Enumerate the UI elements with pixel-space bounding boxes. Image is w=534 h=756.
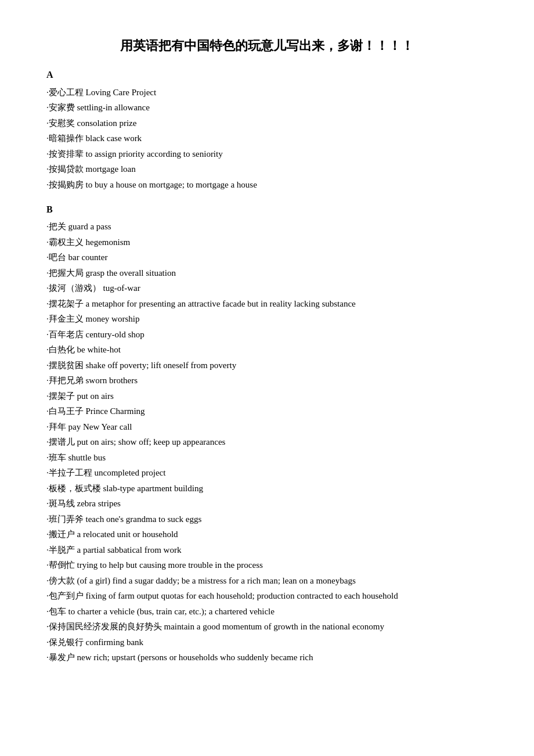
list-item: ·安慰奖 consolation prize [46,116,488,131]
list-item: ·摆架子 put on airs [46,389,488,404]
list-item: ·包产到户 fixing of farm output quotas for e… [46,589,488,604]
list-item: ·按揭贷款 mortgage loan [46,162,488,177]
list-item: ·半脱产 a partial sabbatical from work [46,543,488,558]
list-item: ·拜年 pay New Year call [46,420,488,435]
section-letter-b: B [46,201,488,217]
list-item: ·暴发户 new rich; upstart (persons or house… [46,650,488,665]
list-item: ·白热化 be white-hot [46,343,488,358]
list-item: ·白马王子 Prince Charming [46,404,488,419]
list-item: ·保持国民经济发展的良好势头 maintain a good momentum … [46,620,488,635]
list-item: ·搬迁户 a relocated unit or household [46,527,488,542]
list-item: ·摆花架子 a metaphor for presenting an attra… [46,297,488,312]
list-item: ·半拉子工程 uncompleted project [46,466,488,481]
list-item: ·霸权主义 hegemonism [46,235,488,250]
list-item: ·斑马线 zebra stripes [46,496,488,512]
list-item: ·百年老店 century-old shop [46,327,488,343]
list-item: ·保兑银行 confirming bank [46,635,488,650]
list-item: ·把关 guard a pass [46,219,488,235]
list-item: ·把握大局 grasp the overall situation [46,266,488,281]
list-item: ·吧台 bar counter [46,250,488,265]
list-item: ·安家费 settling-in allowance [46,100,488,116]
list-item: ·拜把兄弟 sworn brothers [46,373,488,388]
list-item: ·帮倒忙 trying to help but causing more tro… [46,558,488,573]
list-item: ·按资排辈 to assign priority according to se… [46,147,488,162]
list-item: ·摆谱儿 put on airs; show off; keep up appe… [46,435,488,450]
list-item: ·傍大款 (of a girl) find a sugar daddy; be … [46,574,488,589]
list-item: ·拜金主义 money worship [46,312,488,327]
list-item: ·板楼，板式楼 slab-type apartment building [46,481,488,496]
page-title: 用英语把有中国特色的玩意儿写出来，多谢！！！！ [46,35,488,56]
list-item: ·包车 to charter a vehicle (bus, train car… [46,604,488,620]
content-area: A·爱心工程 Loving Care Project·安家费 settling-… [46,67,488,665]
list-item: ·班车 shuttle bus [46,451,488,466]
list-item: ·按揭购房 to buy a house on mortgage; to mor… [46,178,488,193]
list-item: ·班门弄斧 teach one's grandma to suck eggs [46,512,488,527]
section-letter-a: A [46,67,488,82]
list-item: ·摆脱贫困 shake off poverty; lift oneself fr… [46,358,488,373]
list-item: ·暗箱操作 black case work [46,131,488,146]
list-item: ·爱心工程 Loving Care Project [46,85,488,100]
list-item: ·拔河（游戏） tug-of-war [46,281,488,296]
